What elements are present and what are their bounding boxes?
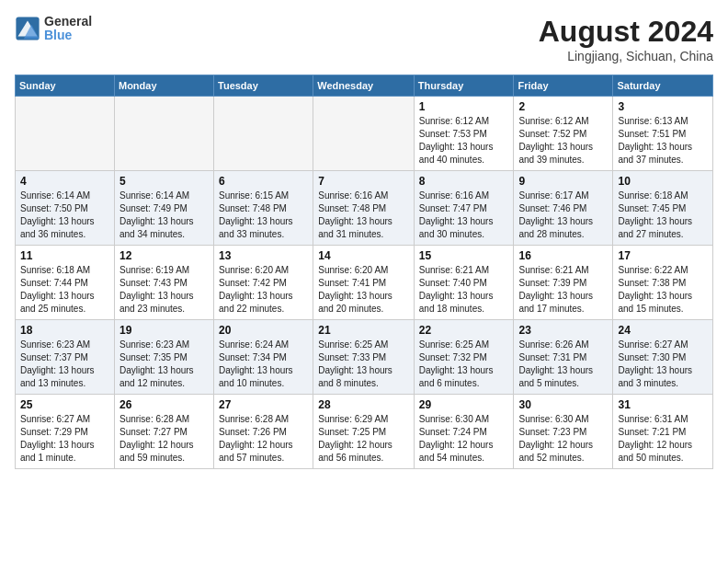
day-info: Sunrise: 6:13 AMSunset: 7:51 PMDaylight:… [618,115,708,167]
day-info: Sunrise: 6:31 AMSunset: 7:21 PMDaylight:… [618,413,708,465]
day-info: Sunrise: 6:12 AMSunset: 7:52 PMDaylight:… [518,115,608,167]
day-info: Sunrise: 6:30 AMSunset: 7:23 PMDaylight:… [518,413,608,465]
calendar-cell: 17Sunrise: 6:22 AMSunset: 7:38 PMDayligh… [613,246,713,320]
calendar-cell: 27Sunrise: 6:28 AMSunset: 7:26 PMDayligh… [214,395,313,469]
day-number: 12 [119,249,209,262]
day-info: Sunrise: 6:19 AMSunset: 7:43 PMDaylight:… [119,264,209,316]
calendar-week-2: 4Sunrise: 6:14 AMSunset: 7:50 PMDaylight… [16,171,713,246]
calendar-cell: 15Sunrise: 6:21 AMSunset: 7:40 PMDayligh… [414,246,514,320]
calendar-cell: 7Sunrise: 6:16 AMSunset: 7:48 PMDaylight… [313,171,415,246]
calendar-cell: 16Sunrise: 6:21 AMSunset: 7:39 PMDayligh… [514,246,613,320]
calendar-cell: 4Sunrise: 6:14 AMSunset: 7:50 PMDaylight… [16,171,115,246]
day-info: Sunrise: 6:25 AMSunset: 7:33 PMDaylight:… [318,339,409,390]
day-number: 10 [618,175,708,188]
day-info: Sunrise: 6:14 AMSunset: 7:49 PMDaylight:… [119,190,209,241]
calendar-week-3: 11Sunrise: 6:18 AMSunset: 7:44 PMDayligh… [16,246,713,320]
logo-text: General Blue [44,15,92,43]
day-info: Sunrise: 6:15 AMSunset: 7:48 PMDaylight:… [219,190,308,241]
calendar-cell: 19Sunrise: 6:23 AMSunset: 7:35 PMDayligh… [114,320,213,395]
calendar-cell: 28Sunrise: 6:29 AMSunset: 7:25 PMDayligh… [313,395,415,469]
day-number: 11 [20,249,109,262]
day-number: 15 [419,249,509,262]
calendar-cell [313,97,415,171]
day-number: 29 [419,398,509,411]
calendar-week-1: 1Sunrise: 6:12 AMSunset: 7:53 PMDaylight… [16,97,713,171]
day-number: 24 [618,324,708,337]
logo: General Blue [15,15,92,43]
calendar-week-5: 25Sunrise: 6:27 AMSunset: 7:29 PMDayligh… [16,395,713,469]
day-number: 4 [20,175,109,188]
day-info: Sunrise: 6:22 AMSunset: 7:38 PMDaylight:… [618,264,708,316]
calendar-cell: 8Sunrise: 6:16 AMSunset: 7:47 PMDaylight… [414,171,514,246]
day-number: 7 [318,175,409,188]
day-info: Sunrise: 6:20 AMSunset: 7:41 PMDaylight:… [318,264,409,316]
day-number: 17 [618,249,708,262]
col-header-monday: Monday [114,75,213,97]
calendar-cell: 30Sunrise: 6:30 AMSunset: 7:23 PMDayligh… [514,395,613,469]
calendar-cell: 12Sunrise: 6:19 AMSunset: 7:43 PMDayligh… [114,246,213,320]
calendar-cell: 22Sunrise: 6:25 AMSunset: 7:32 PMDayligh… [414,320,514,395]
day-info: Sunrise: 6:26 AMSunset: 7:31 PMDaylight:… [518,339,608,390]
day-number: 5 [119,175,209,188]
day-number: 28 [318,398,409,411]
day-info: Sunrise: 6:30 AMSunset: 7:24 PMDaylight:… [419,413,509,465]
calendar-cell: 21Sunrise: 6:25 AMSunset: 7:33 PMDayligh… [313,320,415,395]
day-info: Sunrise: 6:23 AMSunset: 7:37 PMDaylight:… [20,339,109,390]
day-number: 6 [219,175,308,188]
day-info: Sunrise: 6:27 AMSunset: 7:30 PMDaylight:… [618,339,708,390]
calendar-cell: 14Sunrise: 6:20 AMSunset: 7:41 PMDayligh… [313,246,415,320]
calendar-cell: 20Sunrise: 6:24 AMSunset: 7:34 PMDayligh… [214,320,313,395]
calendar-cell: 29Sunrise: 6:30 AMSunset: 7:24 PMDayligh… [414,395,514,469]
day-info: Sunrise: 6:23 AMSunset: 7:35 PMDaylight:… [119,339,209,390]
col-header-saturday: Saturday [613,75,713,97]
calendar-cell [114,97,213,171]
calendar-cell: 1Sunrise: 6:12 AMSunset: 7:53 PMDaylight… [414,97,514,171]
day-number: 19 [119,324,209,337]
day-info: Sunrise: 6:25 AMSunset: 7:32 PMDaylight:… [419,339,509,390]
day-number: 8 [419,175,509,188]
calendar-cell [16,97,115,171]
logo-icon [15,16,40,41]
day-number: 14 [318,249,409,262]
day-info: Sunrise: 6:12 AMSunset: 7:53 PMDaylight:… [419,115,509,167]
day-info: Sunrise: 6:14 AMSunset: 7:50 PMDaylight:… [20,190,109,241]
day-info: Sunrise: 6:24 AMSunset: 7:34 PMDaylight:… [219,339,308,390]
calendar-cell: 18Sunrise: 6:23 AMSunset: 7:37 PMDayligh… [16,320,115,395]
day-info: Sunrise: 6:21 AMSunset: 7:39 PMDaylight:… [518,264,608,316]
day-info: Sunrise: 6:16 AMSunset: 7:48 PMDaylight:… [318,190,409,241]
day-info: Sunrise: 6:16 AMSunset: 7:47 PMDaylight:… [419,190,509,241]
calendar-cell: 26Sunrise: 6:28 AMSunset: 7:27 PMDayligh… [114,395,213,469]
day-number: 20 [219,324,308,337]
day-number: 9 [518,175,608,188]
title-section: August 2024 Lingjiang, Sichuan, China [539,15,713,63]
day-number: 1 [419,100,509,113]
day-number: 25 [20,398,109,411]
day-info: Sunrise: 6:27 AMSunset: 7:29 PMDaylight:… [20,413,109,465]
calendar-table: SundayMondayTuesdayWednesdayThursdayFrid… [15,75,713,469]
calendar-header-row: SundayMondayTuesdayWednesdayThursdayFrid… [16,75,713,97]
day-number: 31 [618,398,708,411]
calendar-cell [214,97,313,171]
day-info: Sunrise: 6:18 AMSunset: 7:44 PMDaylight:… [20,264,109,316]
day-info: Sunrise: 6:18 AMSunset: 7:45 PMDaylight:… [618,190,708,241]
calendar-cell: 24Sunrise: 6:27 AMSunset: 7:30 PMDayligh… [613,320,713,395]
calendar-cell: 11Sunrise: 6:18 AMSunset: 7:44 PMDayligh… [16,246,115,320]
calendar-week-4: 18Sunrise: 6:23 AMSunset: 7:37 PMDayligh… [16,320,713,395]
page-header: General Blue August 2024 Lingjiang, Sich… [15,15,713,63]
calendar-cell: 23Sunrise: 6:26 AMSunset: 7:31 PMDayligh… [514,320,613,395]
calendar-cell: 9Sunrise: 6:17 AMSunset: 7:46 PMDaylight… [514,171,613,246]
day-info: Sunrise: 6:28 AMSunset: 7:26 PMDaylight:… [219,413,308,465]
day-number: 18 [20,324,109,337]
day-number: 13 [219,249,308,262]
calendar-cell: 3Sunrise: 6:13 AMSunset: 7:51 PMDaylight… [613,97,713,171]
col-header-tuesday: Tuesday [214,75,313,97]
day-info: Sunrise: 6:17 AMSunset: 7:46 PMDaylight:… [518,190,608,241]
day-number: 26 [119,398,209,411]
day-number: 21 [318,324,409,337]
calendar-cell: 13Sunrise: 6:20 AMSunset: 7:42 PMDayligh… [214,246,313,320]
calendar-cell: 31Sunrise: 6:31 AMSunset: 7:21 PMDayligh… [613,395,713,469]
day-info: Sunrise: 6:21 AMSunset: 7:40 PMDaylight:… [419,264,509,316]
day-number: 23 [518,324,608,337]
day-info: Sunrise: 6:28 AMSunset: 7:27 PMDaylight:… [119,413,209,465]
calendar-cell: 6Sunrise: 6:15 AMSunset: 7:48 PMDaylight… [214,171,313,246]
